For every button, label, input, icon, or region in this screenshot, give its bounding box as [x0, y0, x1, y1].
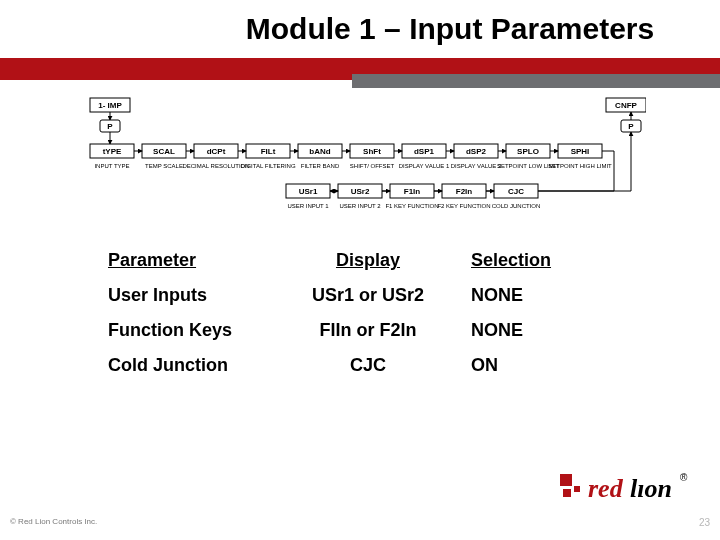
svg-text:DISPLAY VALUE 2: DISPLAY VALUE 2 — [451, 163, 502, 169]
svg-text:USER INPUT 1: USER INPUT 1 — [287, 203, 329, 209]
cell-selection: NONE — [453, 320, 578, 341]
svg-text:SPLO: SPLO — [517, 147, 539, 156]
svg-text:SHIFT/ OFFSET: SHIFT/ OFFSET — [350, 163, 395, 169]
table-row: Function Keys FIIn or F2In NONE — [108, 320, 578, 341]
redlion-logo: red lıon ® — [560, 470, 690, 512]
svg-text:ShFt: ShFt — [363, 147, 381, 156]
svg-text:FILTER BAND: FILTER BAND — [301, 163, 340, 169]
accent-bar-gray — [352, 74, 720, 88]
slide: Module 1 – Input Parameters 1- IMP P — [0, 0, 720, 540]
svg-text:F1 KEY FUNCTION: F1 KEY FUNCTION — [385, 203, 438, 209]
svg-text:1- IMP: 1- IMP — [98, 101, 122, 110]
table-row: Cold Junction CJC ON — [108, 355, 578, 376]
svg-text:USER INPUT 2: USER INPUT 2 — [339, 203, 381, 209]
svg-text:INPUT TYPE: INPUT TYPE — [94, 163, 129, 169]
flow-exit: CNFP — [606, 98, 646, 112]
cell-selection: ON — [453, 355, 578, 376]
svg-text:SPHI: SPHI — [571, 147, 590, 156]
svg-text:USr1: USr1 — [299, 187, 318, 196]
flow-row1: tYPEINPUT TYPE SCALTEMP SCALE dCPtDECIMA… — [90, 144, 612, 169]
svg-text:SCAL: SCAL — [153, 147, 175, 156]
flow-row2: USr1USER INPUT 1 USr2USER INPUT 2 F1InF1… — [286, 184, 540, 209]
svg-text:SETPOINT HIGH LIMIT: SETPOINT HIGH LIMIT — [548, 163, 612, 169]
svg-text:F2In: F2In — [456, 187, 473, 196]
svg-text:bANd: bANd — [309, 147, 330, 156]
svg-text:FILt: FILt — [261, 147, 276, 156]
svg-text:tYPE: tYPE — [103, 147, 122, 156]
cell-display: FIIn or F2In — [283, 320, 453, 341]
footer-page-number: 23 — [699, 517, 710, 528]
cell-selection: NONE — [453, 285, 578, 306]
svg-text:F1In: F1In — [404, 187, 421, 196]
col-header-selection: Selection — [453, 250, 578, 271]
flow-entry: 1- IMP — [90, 98, 130, 112]
svg-text:dSP1: dSP1 — [414, 147, 435, 156]
svg-text:dSP2: dSP2 — [466, 147, 487, 156]
svg-text:DISPLAY VALUE 1: DISPLAY VALUE 1 — [399, 163, 450, 169]
nav-chip-right: P — [621, 120, 641, 132]
svg-text:TEMP SCALE: TEMP SCALE — [145, 163, 183, 169]
nav-chip-left: P — [100, 120, 120, 132]
cell-display: CJC — [283, 355, 453, 376]
cell-param: Function Keys — [108, 320, 283, 341]
svg-text:DIGITAL FILTERING: DIGITAL FILTERING — [240, 163, 296, 169]
svg-text:dCPt: dCPt — [207, 147, 226, 156]
col-header-parameter: Parameter — [108, 250, 283, 271]
logo-text-lion: lıon — [630, 474, 672, 504]
cell-display: USr1 or USr2 — [283, 285, 453, 306]
col-header-display: Display — [283, 250, 453, 271]
svg-text:F2 KEY FUNCTION: F2 KEY FUNCTION — [437, 203, 490, 209]
svg-text:USr2: USr2 — [351, 187, 370, 196]
logo-registered-icon: ® — [680, 472, 687, 483]
svg-text:CJC: CJC — [508, 187, 524, 196]
table-row: User Inputs USr1 or USr2 NONE — [108, 285, 578, 306]
page-title: Module 1 – Input Parameters — [0, 12, 720, 46]
logo-text-red: red — [588, 474, 623, 504]
cell-param: Cold Junction — [108, 355, 283, 376]
svg-text:P: P — [628, 122, 634, 131]
table-header-row: Parameter Display Selection — [108, 250, 578, 271]
svg-text:CNFP: CNFP — [615, 101, 637, 110]
footer-copyright: © Red Lion Controls Inc. — [10, 517, 97, 526]
parameter-flow-diagram: 1- IMP P tYPEINPUT TYPE SCALTEMP SCALE d… — [86, 96, 646, 226]
cell-param: User Inputs — [108, 285, 283, 306]
svg-text:P: P — [107, 122, 113, 131]
svg-text:COLD JUNCTION: COLD JUNCTION — [492, 203, 541, 209]
parameter-table: Parameter Display Selection User Inputs … — [108, 250, 578, 390]
